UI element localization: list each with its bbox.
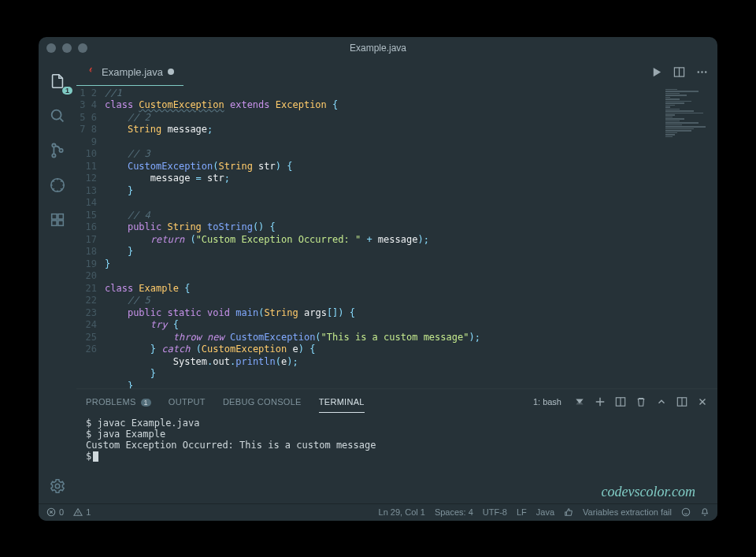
- status-eol[interactable]: LF: [517, 507, 527, 517]
- warning-icon: [73, 507, 83, 517]
- maximize-panel-icon[interactable]: [676, 396, 687, 407]
- svg-point-0: [52, 110, 61, 119]
- svg-point-11: [698, 71, 699, 72]
- editor-group: Example.java 1 2 3 4 5 6 7 8 9 10 11 12 …: [76, 59, 717, 503]
- svg-point-2: [52, 154, 55, 157]
- bell-icon[interactable]: [700, 507, 710, 517]
- status-spaces[interactable]: Spaces: 4: [435, 507, 473, 517]
- status-cursor[interactable]: Ln 29, Col 1: [379, 507, 425, 517]
- tab-debug-console[interactable]: DEBUG CONSOLE: [223, 397, 302, 407]
- error-icon: [46, 507, 56, 517]
- activity-bar: 1: [39, 59, 76, 503]
- svg-point-9: [55, 484, 60, 488]
- close-panel-icon[interactable]: [697, 396, 708, 407]
- svg-point-3: [59, 148, 62, 151]
- svg-rect-6: [52, 220, 57, 225]
- svg-point-17: [682, 508, 689, 515]
- watermark: codevscolor.com: [602, 486, 695, 497]
- tab-terminal[interactable]: TERMINAL: [319, 397, 365, 407]
- status-encoding[interactable]: UTF-8: [483, 507, 507, 517]
- svg-point-13: [705, 71, 706, 72]
- editor-window: Example.java 1: [39, 37, 717, 521]
- tab-label: Example.java: [102, 66, 163, 78]
- code-area[interactable]: //1 class CustomException extends Except…: [105, 86, 717, 388]
- explorer-icon[interactable]: 1: [39, 64, 76, 98]
- status-bar: 0 1 Ln 29, Col 1 Spaces: 4 UTF-8 LF Java…: [39, 503, 717, 521]
- editor-body[interactable]: 1 2 3 4 5 6 7 8 9 10 11 12 13 14 15 16 1…: [76, 86, 717, 388]
- search-icon[interactable]: [39, 98, 76, 133]
- feedback-icon[interactable]: [681, 507, 691, 517]
- editor-actions: [650, 59, 717, 86]
- svg-point-12: [701, 71, 702, 72]
- minimap[interactable]: [665, 89, 713, 152]
- split-terminal-icon[interactable]: [615, 396, 626, 407]
- terminal-cursor: [93, 451, 98, 462]
- thumbs-up-icon[interactable]: [564, 507, 573, 517]
- java-file-icon: [86, 66, 97, 77]
- new-terminal-icon[interactable]: [595, 396, 606, 407]
- terminal-dropdown-icon[interactable]: [574, 396, 585, 407]
- status-language[interactable]: Java: [536, 507, 554, 517]
- extensions-icon[interactable]: [39, 202, 76, 237]
- run-icon[interactable]: [650, 66, 662, 78]
- split-editor-icon[interactable]: [673, 66, 685, 78]
- kill-terminal-icon[interactable]: [636, 396, 647, 407]
- tab-example-java[interactable]: Example.java: [76, 59, 183, 86]
- terminal-line: $ java Example: [86, 429, 708, 440]
- svg-point-1: [52, 143, 55, 147]
- svg-rect-8: [58, 214, 63, 218]
- svg-rect-5: [52, 214, 57, 218]
- source-control-icon[interactable]: [39, 133, 76, 168]
- status-warnings[interactable]: 1: [73, 507, 91, 517]
- terminal-line: Custom Exception Occurred: This is a cus…: [86, 440, 708, 451]
- terminal-line: $: [86, 451, 708, 462]
- window-title: Example.java: [39, 43, 717, 54]
- terminal-selector[interactable]: 1: bash: [533, 397, 561, 407]
- panel-tabs: PROBLEMS1 OUTPUT DEBUG CONSOLE TERMINAL …: [76, 389, 717, 414]
- tab-problems[interactable]: PROBLEMS1: [86, 397, 151, 407]
- modified-dot-icon: [168, 69, 174, 75]
- tab-output[interactable]: OUTPUT: [169, 397, 206, 407]
- tab-row: Example.java: [76, 59, 717, 86]
- debug-icon[interactable]: [39, 168, 76, 202]
- status-errors[interactable]: 0: [46, 507, 64, 517]
- terminal-line: $ javac Example.java: [86, 418, 708, 429]
- more-actions-icon[interactable]: [696, 66, 708, 78]
- status-message[interactable]: Variables extraction fail: [583, 507, 672, 517]
- chevron-up-icon[interactable]: [656, 396, 667, 407]
- settings-gear-icon[interactable]: [39, 469, 76, 503]
- line-gutter: 1 2 3 4 5 6 7 8 9 10 11 12 13 14 15 16 1…: [76, 86, 105, 388]
- main-area: 1 Example.java: [39, 59, 717, 503]
- explorer-badge: 1: [62, 87, 72, 95]
- svg-rect-7: [58, 220, 63, 225]
- bottom-panel: PROBLEMS1 OUTPUT DEBUG CONSOLE TERMINAL …: [76, 388, 717, 503]
- svg-point-4: [51, 178, 65, 191]
- titlebar: Example.java: [39, 37, 717, 59]
- terminal-body[interactable]: $ javac Example.java$ java ExampleCustom…: [76, 414, 717, 503]
